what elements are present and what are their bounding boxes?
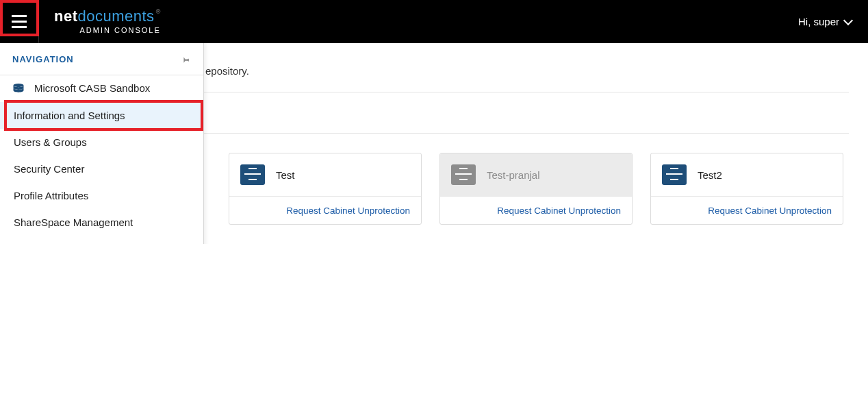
navigation-header: NAVIGATION <box>0 43 203 75</box>
cabinet-card-action: Request Cabinet Unprotection <box>651 197 843 224</box>
brand-logo: netdocuments® ADMIN CONSOLE <box>54 9 161 34</box>
cabinet-card-action: Request Cabinet Unprotection <box>229 197 421 224</box>
cabinet-name: Test-pranjal <box>487 169 540 181</box>
nav-root-label: Microsoft CASB Sandbox <box>34 82 150 94</box>
database-icon <box>12 83 25 94</box>
description-fragment: epository. <box>205 65 249 77</box>
navigation-panel: NAVIGATION Microsoft CASB Sandbox Inform… <box>0 43 204 244</box>
cabinet-icon <box>240 164 265 185</box>
svg-point-0 <box>14 83 24 86</box>
cabinet-card-header: Test-pranjal <box>440 153 632 197</box>
top-bar: netdocuments® ADMIN CONSOLE Hi, super <box>0 0 868 43</box>
sidebar-item-label: Profile Attributes <box>14 190 88 201</box>
brand-net: net <box>54 8 78 25</box>
cabinet-name: Test2 <box>698 169 722 181</box>
cabinet-card[interactable]: TestRequest Cabinet Unprotection <box>229 153 422 225</box>
brand-subtitle: ADMIN CONSOLE <box>54 27 161 34</box>
chevron-down-icon <box>843 15 853 25</box>
sidebar-item-label: Activity Logs <box>14 243 71 244</box>
cabinet-card[interactable]: Test2Request Cabinet Unprotection <box>650 153 843 225</box>
hamburger-icon[interactable] <box>12 15 27 28</box>
cabinet-icon <box>451 164 476 185</box>
navigation-title: NAVIGATION <box>12 54 74 64</box>
nav-items-list: Information and SettingsUsers & GroupsSe… <box>0 102 203 244</box>
user-greeting: Hi, super <box>798 16 839 27</box>
cabinet-card-action: Request Cabinet Unprotection <box>440 197 632 224</box>
request-unprotection-link[interactable]: Request Cabinet Unprotection <box>497 206 621 216</box>
sidebar-item-information-and-settings[interactable]: Information and Settings <box>0 102 203 129</box>
sidebar-item-label: Users & Groups <box>14 136 87 148</box>
user-menu[interactable]: Hi, super <box>798 16 852 27</box>
cabinet-card-header: Test <box>229 153 421 197</box>
hamburger-button-container <box>0 0 39 43</box>
nav-root-item[interactable]: Microsoft CASB Sandbox <box>0 75 203 102</box>
sidebar-item-security-center[interactable]: Security Center <box>0 156 203 182</box>
sidebar-item-profile-attributes[interactable]: Profile Attributes <box>0 182 203 209</box>
sidebar-item-label: ShareSpace Management <box>14 216 133 228</box>
sidebar-item-users-groups[interactable]: Users & Groups <box>0 129 203 156</box>
cabinet-card-header: Test2 <box>651 153 843 197</box>
cabinet-icon <box>662 164 687 185</box>
cabinet-card[interactable]: Test-pranjalRequest Cabinet Unprotection <box>439 153 633 225</box>
request-unprotection-link[interactable]: Request Cabinet Unprotection <box>708 206 832 216</box>
brand-reg: ® <box>156 8 161 15</box>
sidebar-item-activity-logs[interactable]: Activity Logs <box>0 236 203 244</box>
sidebar-item-label: Security Center <box>14 163 84 175</box>
cabinet-name: Test <box>276 169 295 181</box>
sidebar-item-sharespace-management[interactable]: ShareSpace Management <box>0 209 203 236</box>
pin-icon[interactable] <box>179 53 191 65</box>
request-unprotection-link[interactable]: Request Cabinet Unprotection <box>286 206 410 216</box>
brand-docs: documents <box>78 8 155 25</box>
sidebar-item-label: Information and Settings <box>14 110 125 121</box>
content-area: NAVIGATION Microsoft CASB Sandbox Inform… <box>0 43 868 244</box>
